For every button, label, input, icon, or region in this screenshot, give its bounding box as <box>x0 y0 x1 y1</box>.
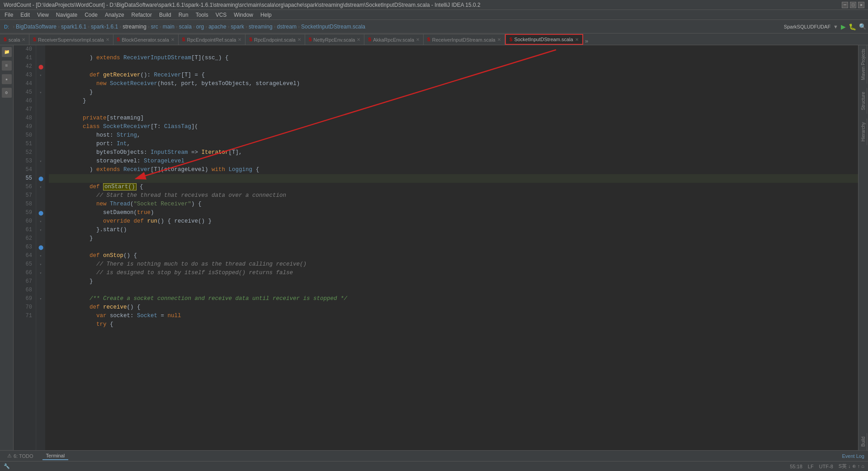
scala-icon: S <box>4 37 7 42</box>
tab-nettyrpcenv[interactable]: S NettyRpcEnv.scala ✕ <box>305 34 365 45</box>
code-line-40: ) extends ReceiverInputDStream[T](ssc_) … <box>49 45 858 54</box>
breadcrumb-spark2[interactable]: spark <box>231 24 244 30</box>
code-line-56: // Start the thread that receives data o… <box>49 183 858 191</box>
breadcrumb-dstream[interactable]: dstream <box>277 24 297 30</box>
tab-close-9[interactable]: ✕ <box>575 37 579 42</box>
tab-close-6[interactable]: ✕ <box>357 37 360 42</box>
maven-projects-tab[interactable]: Maven Projects <box>860 45 867 84</box>
breadcrumb-main[interactable]: main <box>163 24 175 30</box>
code-area[interactable]: 40 41 42 43 44 45 46 47 48 49 50 51 52 5… <box>14 45 858 450</box>
scala-icon-2: S <box>33 37 36 42</box>
tab-close-2[interactable]: ✕ <box>106 37 109 42</box>
toolbar: D: › BigDataSoftware › spark1.6.1 › spar… <box>0 20 868 33</box>
toolbar-search[interactable]: 🔍 <box>859 23 866 30</box>
menu-run[interactable]: Run <box>176 11 191 19</box>
build-tab-right[interactable]: Build <box>860 433 867 450</box>
breadcrumb-org[interactable]: org <box>196 24 204 30</box>
file-tabs: S scala ✕ S ReceiverSupervisorImpl.scala… <box>0 33 868 45</box>
tab-rpcendpointref[interactable]: S RpcEndpointRef.scala ✕ <box>179 34 246 45</box>
scala-icon-7: S <box>368 37 371 42</box>
code-line-55: def onStart() { <box>49 174 858 183</box>
menu-file[interactable]: File <box>2 11 16 19</box>
right-panel-tabs: Maven Projects Structure Hierarchy Build <box>858 45 868 450</box>
bottom-panel: ⚠ 6: TODO Terminal Event Log <box>0 450 868 461</box>
breadcrumb-spark161[interactable]: spark1.6.1 <box>61 24 86 30</box>
todo-label: 6: TODO <box>14 453 33 459</box>
status-bar: 🔧 55:18 LF UTF-8 S英 ↓ ⊕ ↑ ⌂ <box>0 461 868 471</box>
code-line-68: /** Create a socket connection and recei… <box>49 286 858 295</box>
tab-label-3: BlockGenerator.scala <box>122 37 169 43</box>
code-line-50: port: Int, <box>49 131 858 140</box>
breadcrumb-src[interactable]: src <box>151 24 158 30</box>
window-controls: ─ □ ✕ <box>842 2 864 8</box>
sidebar-icon-structure[interactable]: ≡ <box>2 61 12 71</box>
terminal-tab[interactable]: Terminal <box>42 452 69 460</box>
breadcrumb-apache[interactable]: apache <box>208 24 226 30</box>
menu-navigate[interactable]: Navigate <box>53 11 80 19</box>
sidebar-icon-3[interactable]: ★ <box>2 74 12 84</box>
code-line-62 <box>49 234 858 243</box>
tab-close-4[interactable]: ✕ <box>238 37 241 42</box>
code-line-46 <box>49 97 858 105</box>
menu-analyze[interactable]: Analyze <box>102 11 127 19</box>
event-log-link[interactable]: Event Log <box>842 453 864 459</box>
tab-akkarepcenv[interactable]: S AkkaRpcEnv.scala ✕ <box>364 34 424 45</box>
tab-rpcendpoint[interactable]: S RpcEndpoint.scala ✕ <box>245 34 305 45</box>
breadcrumb-streaming2[interactable]: streaming <box>249 24 273 30</box>
code-line-45: } <box>49 88 858 97</box>
line-ending: LF <box>808 464 814 469</box>
tab-close-5[interactable]: ✕ <box>297 37 301 42</box>
scala-icon-5: S <box>249 37 252 42</box>
project-label[interactable]: SparkSQLUDFUDAF <box>784 24 830 29</box>
sidebar-icon-4[interactable]: ⚙ <box>2 88 12 98</box>
breadcrumb: D: › BigDataSoftware › spark1.6.1 › spar… <box>2 23 365 30</box>
menu-code[interactable]: Code <box>82 11 100 19</box>
menu-refactor[interactable]: Refactor <box>129 11 155 19</box>
tab-receiverinputdstream[interactable]: S ReceiverInputDStream.scala ✕ <box>424 34 505 45</box>
tab-label-8: ReceiverInputDStream.scala <box>432 37 495 43</box>
code-line-42: def getReceiver(): Receiver[T] = { <box>49 62 858 71</box>
breadcrumb-bigdata[interactable]: BigDataSoftware <box>16 24 57 30</box>
scala-icon-6: S <box>309 37 312 42</box>
title-bar: WordCount - [D:\IdeaProjects\WordCount] … <box>0 0 868 10</box>
menu-window[interactable]: Window <box>231 11 256 19</box>
breadcrumb-file[interactable]: SocketInputDStream.scala <box>301 24 365 30</box>
menu-help[interactable]: Help <box>258 11 274 19</box>
tab-socketinputdstream[interactable]: S SocketInputDStream.scala ✕ <box>505 34 583 45</box>
hierarchy-tab[interactable]: Hierarchy <box>860 119 867 145</box>
scala-icon-8: S <box>427 37 430 42</box>
code-line-61: } <box>49 226 858 234</box>
todo-tab[interactable]: ⚠ 6: TODO <box>4 452 37 460</box>
breadcrumb-scala[interactable]: scala <box>179 24 192 30</box>
status-icon-hg: 🔧 <box>4 463 10 469</box>
gutter: ⬤ ▾ ▾ ▾ ⬤ ▾ ⬤ ▾ ▾ ⬤ <box>36 45 45 450</box>
structure-tab[interactable]: Structure <box>860 88 867 114</box>
tab-close-3[interactable]: ✕ <box>171 37 175 42</box>
tab-label-6: NettyRpcEnv.scala <box>313 37 355 43</box>
scala-icon-9: S <box>509 37 513 42</box>
menu-vcs[interactable]: VCS <box>213 11 230 19</box>
tab-close-7[interactable]: ✕ <box>416 37 420 42</box>
tab-receiversupervisor[interactable]: S ReceiverSupervisorImpl.scala ✕ <box>29 34 113 45</box>
tab-label-9: SocketInputDStream.scala <box>514 37 573 42</box>
breadcrumb-streaming[interactable]: streaming <box>123 24 146 30</box>
code-container: 40 41 42 43 44 45 46 47 48 49 50 51 52 5… <box>14 45 858 450</box>
run-button[interactable]: ▶ <box>841 23 846 30</box>
menu-tools[interactable]: Tools <box>193 11 211 19</box>
minimize-button[interactable]: ─ <box>842 2 848 8</box>
close-button[interactable]: ✕ <box>858 2 864 8</box>
menu-view[interactable]: View <box>34 11 52 19</box>
sidebar-icon-1[interactable]: 📁 <box>2 47 12 57</box>
debug-button[interactable]: 🐛 <box>849 23 856 30</box>
tab-close-8[interactable]: ✕ <box>497 37 501 42</box>
menu-build[interactable]: Build <box>156 11 174 19</box>
tab-close-scala[interactable]: ✕ <box>22 37 25 42</box>
tab-label-7: AkkaRpcEnv.scala <box>373 37 414 43</box>
tab-scala[interactable]: S scala ✕ <box>0 34 29 45</box>
code-line-67 <box>49 277 858 286</box>
menu-edit[interactable]: Edit <box>18 11 33 19</box>
tabs-overflow[interactable]: » <box>583 38 590 45</box>
tab-blockgenerator[interactable]: S BlockGenerator.scala ✕ <box>113 34 179 45</box>
maximize-button[interactable]: □ <box>850 2 856 8</box>
breadcrumb-spark[interactable]: spark-1.6.1 <box>91 24 118 30</box>
